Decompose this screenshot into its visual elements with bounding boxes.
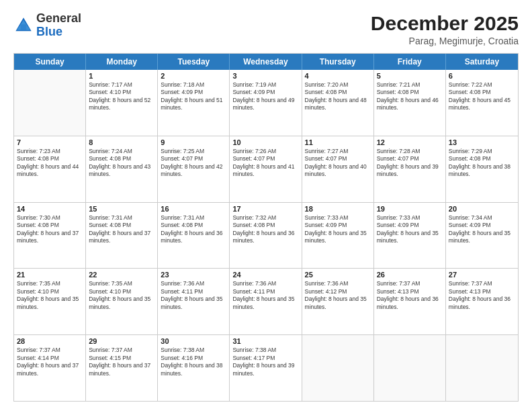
day-number: 29 — [89, 337, 154, 345]
day-cell: 31Sunrise: 7:38 AMSunset: 4:17 PMDayligh… — [230, 335, 302, 401]
day-info: Sunrise: 7:29 AMSunset: 4:08 PMDaylight:… — [449, 148, 515, 179]
empty-cell — [302, 335, 374, 401]
day-cell: 9Sunrise: 7:25 AMSunset: 4:07 PMDaylight… — [158, 136, 230, 202]
day-cell: 21Sunrise: 7:35 AMSunset: 4:10 PMDayligh… — [14, 269, 86, 334]
day-number: 24 — [232, 271, 298, 279]
day-cell: 10Sunrise: 7:26 AMSunset: 4:07 PMDayligh… — [230, 136, 302, 202]
day-info: Sunrise: 7:17 AMSunset: 4:10 PMDaylight:… — [89, 81, 154, 112]
day-number: 7 — [17, 138, 83, 146]
day-number: 12 — [377, 138, 443, 146]
day-cell: 30Sunrise: 7:38 AMSunset: 4:16 PMDayligh… — [158, 335, 230, 401]
day-number: 22 — [89, 271, 154, 279]
day-number: 11 — [305, 138, 371, 146]
day-number: 6 — [449, 72, 515, 80]
month-title: December 2025 — [371, 12, 519, 34]
weekday-header: Wednesday — [230, 54, 302, 70]
weekday-header: Tuesday — [158, 54, 230, 70]
day-number: 3 — [232, 72, 298, 80]
day-cell: 20Sunrise: 7:34 AMSunset: 4:09 PMDayligh… — [446, 203, 518, 269]
day-cell: 1Sunrise: 7:17 AMSunset: 4:10 PMDaylight… — [86, 70, 158, 136]
day-cell: 18Sunrise: 7:33 AMSunset: 4:09 PMDayligh… — [302, 203, 374, 269]
day-cell: 17Sunrise: 7:32 AMSunset: 4:08 PMDayligh… — [230, 203, 302, 269]
logo: General Blue — [13, 12, 81, 39]
day-info: Sunrise: 7:26 AMSunset: 4:07 PMDaylight:… — [232, 148, 298, 179]
day-cell: 27Sunrise: 7:37 AMSunset: 4:13 PMDayligh… — [446, 269, 518, 334]
weekday-header: Friday — [374, 54, 446, 70]
empty-cell — [446, 335, 518, 401]
day-number: 19 — [377, 205, 443, 213]
day-number: 8 — [89, 138, 154, 146]
day-cell: 14Sunrise: 7:30 AMSunset: 4:08 PMDayligh… — [14, 203, 86, 269]
day-cell: 7Sunrise: 7:23 AMSunset: 4:08 PMDaylight… — [14, 136, 86, 202]
day-cell: 24Sunrise: 7:36 AMSunset: 4:11 PMDayligh… — [230, 269, 302, 334]
day-info: Sunrise: 7:37 AMSunset: 4:14 PMDaylight:… — [17, 347, 83, 377]
day-info: Sunrise: 7:23 AMSunset: 4:08 PMDaylight:… — [17, 148, 83, 179]
location: Parag, Megimurje, Croatia — [371, 36, 519, 46]
day-cell: 11Sunrise: 7:27 AMSunset: 4:07 PMDayligh… — [302, 136, 374, 202]
day-info: Sunrise: 7:35 AMSunset: 4:10 PMDaylight:… — [89, 280, 154, 311]
day-number: 14 — [17, 205, 83, 213]
logo-icon — [13, 15, 34, 36]
calendar-row: 14Sunrise: 7:30 AMSunset: 4:08 PMDayligh… — [14, 203, 518, 269]
day-number: 31 — [232, 337, 298, 345]
day-number: 28 — [17, 337, 83, 345]
day-info: Sunrise: 7:36 AMSunset: 4:12 PMDaylight:… — [305, 280, 371, 311]
day-info: Sunrise: 7:34 AMSunset: 4:09 PMDaylight:… — [449, 214, 515, 245]
weekday-header: Saturday — [446, 54, 518, 70]
day-cell: 4Sunrise: 7:20 AMSunset: 4:08 PMDaylight… — [302, 70, 374, 136]
day-cell: 19Sunrise: 7:33 AMSunset: 4:09 PMDayligh… — [374, 203, 446, 269]
calendar: SundayMondayTuesdayWednesdayThursdayFrid… — [13, 53, 519, 402]
day-number: 2 — [161, 72, 226, 80]
page: General Blue December 2025 Parag, Megimu… — [0, 0, 532, 411]
calendar-header: SundayMondayTuesdayWednesdayThursdayFrid… — [14, 54, 518, 70]
day-number: 27 — [449, 271, 515, 279]
day-info: Sunrise: 7:30 AMSunset: 4:08 PMDaylight:… — [17, 214, 83, 245]
day-cell: 23Sunrise: 7:36 AMSunset: 4:11 PMDayligh… — [158, 269, 230, 334]
day-cell: 2Sunrise: 7:18 AMSunset: 4:09 PMDaylight… — [158, 70, 230, 136]
day-info: Sunrise: 7:22 AMSunset: 4:08 PMDaylight:… — [449, 81, 515, 112]
calendar-row: 7Sunrise: 7:23 AMSunset: 4:08 PMDaylight… — [14, 136, 518, 203]
day-info: Sunrise: 7:36 AMSunset: 4:11 PMDaylight:… — [232, 280, 298, 311]
day-info: Sunrise: 7:21 AMSunset: 4:08 PMDaylight:… — [377, 81, 443, 112]
day-info: Sunrise: 7:36 AMSunset: 4:11 PMDaylight:… — [161, 280, 226, 311]
day-cell: 28Sunrise: 7:37 AMSunset: 4:14 PMDayligh… — [14, 335, 86, 401]
day-cell: 8Sunrise: 7:24 AMSunset: 4:08 PMDaylight… — [86, 136, 158, 202]
day-info: Sunrise: 7:37 AMSunset: 4:13 PMDaylight:… — [377, 280, 443, 311]
day-info: Sunrise: 7:31 AMSunset: 4:08 PMDaylight:… — [161, 214, 226, 245]
calendar-body: 1Sunrise: 7:17 AMSunset: 4:10 PMDaylight… — [14, 70, 518, 401]
day-cell: 29Sunrise: 7:37 AMSunset: 4:15 PMDayligh… — [86, 335, 158, 401]
day-info: Sunrise: 7:28 AMSunset: 4:07 PMDaylight:… — [377, 148, 443, 179]
day-info: Sunrise: 7:33 AMSunset: 4:09 PMDaylight:… — [305, 214, 371, 245]
day-info: Sunrise: 7:31 AMSunset: 4:08 PMDaylight:… — [89, 214, 154, 245]
day-cell: 13Sunrise: 7:29 AMSunset: 4:08 PMDayligh… — [446, 136, 518, 202]
day-info: Sunrise: 7:33 AMSunset: 4:09 PMDaylight:… — [377, 214, 443, 245]
day-number: 18 — [305, 205, 371, 213]
day-cell: 6Sunrise: 7:22 AMSunset: 4:08 PMDaylight… — [446, 70, 518, 136]
logo-text: General Blue — [36, 12, 81, 39]
empty-cell — [374, 335, 446, 401]
day-number: 20 — [449, 205, 515, 213]
logo-general: General — [36, 11, 81, 25]
svg-rect-2 — [21, 24, 26, 30]
day-number: 15 — [89, 205, 154, 213]
day-info: Sunrise: 7:27 AMSunset: 4:07 PMDaylight:… — [305, 148, 371, 179]
day-number: 16 — [161, 205, 226, 213]
day-number: 26 — [377, 271, 443, 279]
day-info: Sunrise: 7:32 AMSunset: 4:08 PMDaylight:… — [232, 214, 298, 245]
day-cell: 15Sunrise: 7:31 AMSunset: 4:08 PMDayligh… — [86, 203, 158, 269]
day-info: Sunrise: 7:37 AMSunset: 4:15 PMDaylight:… — [89, 347, 154, 377]
calendar-row: 21Sunrise: 7:35 AMSunset: 4:10 PMDayligh… — [14, 269, 518, 335]
day-number: 4 — [305, 72, 371, 80]
day-info: Sunrise: 7:19 AMSunset: 4:09 PMDaylight:… — [232, 81, 298, 112]
day-cell: 25Sunrise: 7:36 AMSunset: 4:12 PMDayligh… — [302, 269, 374, 334]
title-block: December 2025 Parag, Megimurje, Croatia — [371, 12, 519, 46]
day-info: Sunrise: 7:37 AMSunset: 4:13 PMDaylight:… — [449, 280, 515, 311]
day-number: 23 — [161, 271, 226, 279]
day-number: 13 — [449, 138, 515, 146]
day-info: Sunrise: 7:38 AMSunset: 4:16 PMDaylight:… — [161, 347, 226, 377]
day-info: Sunrise: 7:25 AMSunset: 4:07 PMDaylight:… — [161, 148, 226, 179]
weekday-header: Monday — [86, 54, 158, 70]
day-number: 5 — [377, 72, 443, 80]
day-number: 25 — [305, 271, 371, 279]
weekday-header: Sunday — [14, 54, 86, 70]
